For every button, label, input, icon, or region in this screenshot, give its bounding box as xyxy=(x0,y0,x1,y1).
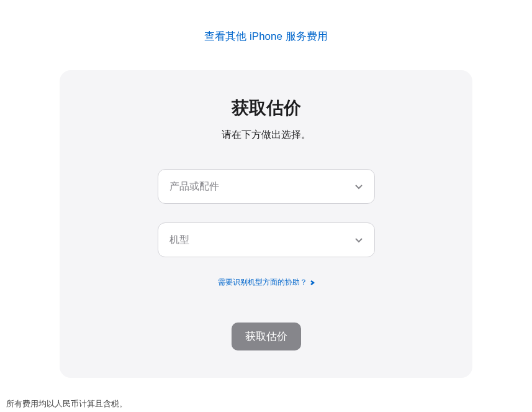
card-subtitle: 请在下方做出选择。 xyxy=(91,129,441,142)
footer-note-1: 所有费用均以人民币计算且含税。 xyxy=(0,396,532,412)
model-help-label: 需要识别机型方面的协助？ xyxy=(218,277,307,288)
estimate-card: 获取估价 请在下方做出选择。 产品或配件 机型 需要识别机型方面的协助？ 获取估… xyxy=(60,70,472,378)
model-help-link[interactable]: 需要识别机型方面的协助？ xyxy=(218,277,315,288)
chevron-down-icon xyxy=(354,236,363,244)
chevron-right-icon xyxy=(310,280,315,285)
model-select-wrap: 机型 xyxy=(158,222,375,257)
product-select-wrap: 产品或配件 xyxy=(158,169,375,204)
product-select-label: 产品或配件 xyxy=(169,180,219,193)
other-services-link[interactable]: 查看其他 iPhone 服务费用 xyxy=(0,0,532,55)
get-estimate-button[interactable]: 获取估价 xyxy=(232,323,301,350)
card-title: 获取估价 xyxy=(91,96,441,120)
model-select-label: 机型 xyxy=(169,234,189,247)
product-select[interactable]: 产品或配件 xyxy=(158,169,375,204)
model-select[interactable]: 机型 xyxy=(158,222,375,257)
chevron-down-icon xyxy=(354,182,363,191)
